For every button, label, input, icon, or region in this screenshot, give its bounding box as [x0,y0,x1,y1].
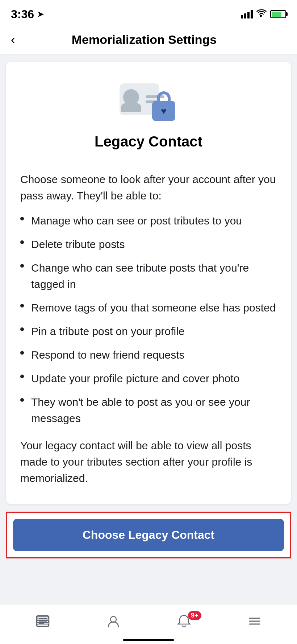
nav-item-notifications[interactable]: 9+ [170,614,198,630]
footer-text: Your legacy contact will be able to view… [20,437,277,486]
feed-icon [35,614,50,630]
card-title: Legacy Contact [20,133,277,150]
signal-icon [241,10,253,18]
bullet-dot [20,375,24,378]
svg-rect-2 [37,624,49,626]
nav-item-menu[interactable] [240,614,269,630]
list-item: Update your profile picture and cover ph… [20,370,277,387]
page-title: Memorialization Settings [22,33,266,47]
status-icons [241,9,286,19]
profile-icon [106,614,121,630]
lock-graphic: ♥ [150,91,177,123]
list-item: They won't be able to post as you or see… [20,394,277,426]
divider [20,160,277,160]
bullet-dot [20,327,24,331]
nav-bar: ‹ Memorialization Settings [0,25,297,54]
hero-icon-area: ♥ [20,76,277,123]
home-indicator [123,639,174,641]
bottom-nav: 9+ [0,604,297,644]
bullet-dot [20,217,24,220]
list-item: Change who can see tribute posts that yo… [20,260,277,292]
list-item: Respond to new friend requests [20,347,277,363]
location-icon: ➤ [37,9,44,19]
choose-legacy-contact-button[interactable]: Choose Legacy Contact [13,519,284,551]
list-item: Delete tribute posts [20,236,277,252]
status-time: 3:36 [11,8,34,21]
bullet-list: Manage who can see or post tributes to y… [20,212,277,426]
bullet-dot [20,351,24,355]
svg-point-8 [110,616,116,622]
content-card: ♥ Legacy Contact Choose someone to look … [6,62,291,504]
list-item: Remove tags of you that someone else has… [20,300,277,316]
bullet-dot [20,398,24,402]
list-item: Manage who can see or post tributes to y… [20,212,277,229]
wifi-icon [256,9,267,19]
list-item: Pin a tribute post on your profile [20,323,277,339]
battery-icon [270,10,286,18]
bullet-dot [20,304,24,307]
bullet-dot [20,264,24,268]
bullet-dot [20,240,24,244]
nav-item-profile[interactable] [99,614,128,630]
status-bar: 3:36 ➤ [0,0,297,25]
card-description: Choose someone to look after your accoun… [20,171,277,204]
menu-icon [247,614,262,630]
choose-button-wrapper: Choose Legacy Contact [6,512,291,558]
notification-badge: 9+ [188,611,201,620]
legacy-contact-icon: ♥ [120,76,177,123]
nav-item-feed[interactable] [28,614,57,630]
back-button[interactable]: ‹ [11,32,22,48]
